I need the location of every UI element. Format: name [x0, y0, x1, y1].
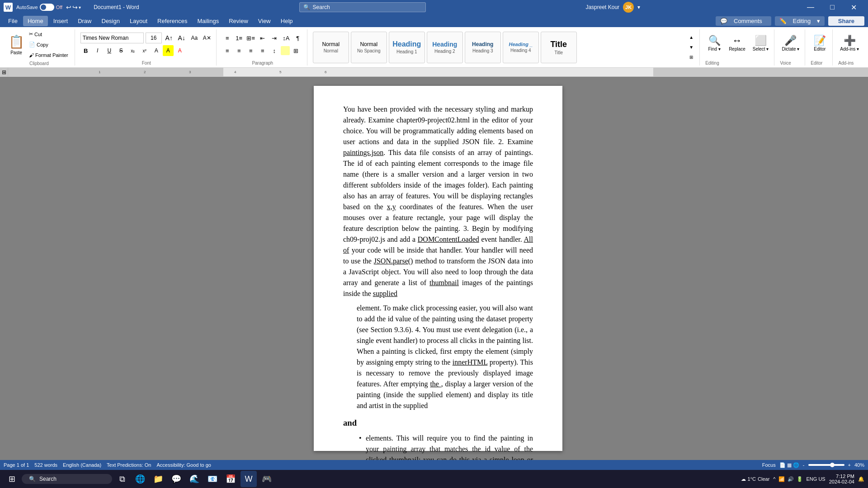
highlight-button[interactable]: A	[163, 45, 174, 56]
superscript-button[interactable]: x²	[139, 45, 150, 56]
shading-button[interactable]	[281, 46, 290, 55]
bullet-block-1: elements. This will require you to find …	[366, 433, 533, 460]
menu-mailings[interactable]: Mailings	[193, 16, 224, 26]
editor-button[interactable]: 📝 Editor	[811, 33, 829, 53]
paragraph-1: You have been provided with the necessar…	[343, 104, 533, 299]
font-size-input[interactable]	[146, 33, 162, 43]
bold-button[interactable]: B	[80, 45, 91, 56]
menu-design[interactable]: Design	[97, 16, 124, 26]
style-heading4[interactable]: Heading _ Heading 4	[503, 32, 539, 63]
menu-review[interactable]: Review	[224, 16, 253, 26]
autosave-label: AutoSave	[16, 5, 38, 10]
share-button[interactable]: Share	[828, 16, 864, 26]
document-page[interactable]: You have been provided with the necessar…	[314, 86, 562, 451]
find-label: Find ▾	[708, 47, 721, 52]
strikethrough-button[interactable]: S	[116, 45, 127, 56]
format-painter-button[interactable]: 🖌 Format Painter	[26, 50, 71, 60]
menu-draw[interactable]: Draw	[73, 16, 96, 26]
find-button[interactable]: 🔍 Find ▾	[705, 33, 723, 53]
styles-more[interactable]: ⊞	[687, 53, 696, 62]
align-right-button[interactable]: ≡	[245, 45, 256, 56]
numbering-button[interactable]: 1≡	[234, 33, 245, 43]
addins-button[interactable]: ➕ Add-ins ▾	[838, 33, 861, 53]
change-case-button[interactable]: Aa	[189, 33, 200, 43]
style-title[interactable]: Title Title	[541, 32, 577, 63]
menu-insert[interactable]: Insert	[49, 16, 73, 26]
styles-scroll-up[interactable]: ▲	[687, 33, 696, 42]
font-row2: B I U S x₂ x² A A A	[80, 45, 212, 56]
thumbnail-link: thumbnail	[429, 279, 459, 286]
font-name-input[interactable]	[80, 33, 144, 43]
redo-button[interactable]: ↪	[72, 4, 78, 11]
dictate-button[interactable]: 🎤 Dictate ▾	[780, 33, 801, 53]
text-effects-button[interactable]: A	[151, 45, 162, 56]
increase-indent-button[interactable]: ⇥	[269, 33, 280, 43]
menu-help[interactable]: Help	[276, 16, 297, 26]
svg-text:3: 3	[189, 70, 191, 74]
paste-button[interactable]: 📋 Paste	[7, 33, 25, 56]
borders-button[interactable]: ⊞	[291, 45, 302, 56]
comments-button[interactable]: 💬 Comments	[716, 16, 771, 26]
copy-button[interactable]: 📄 Copy	[26, 40, 71, 50]
menu-references[interactable]: References	[153, 16, 192, 26]
replace-button[interactable]: ↔ Replace	[727, 33, 747, 53]
maximize-button[interactable]: □	[822, 0, 843, 14]
cut-button[interactable]: ✂ Cut	[26, 29, 71, 39]
editing-mode-button[interactable]: ✏️ Editing ▾	[775, 16, 825, 26]
svg-text:5: 5	[279, 70, 282, 74]
indented-block-1: element. To make click processing easier…	[357, 303, 533, 411]
document-title: Document1 - Word	[94, 4, 139, 10]
account-settings[interactable]: ▾	[637, 4, 640, 10]
bullets-button[interactable]: ≡	[222, 33, 233, 43]
menu-home[interactable]: Home	[23, 16, 48, 26]
font-color-button[interactable]: A	[175, 45, 185, 56]
user-avatar[interactable]: JK	[623, 2, 634, 13]
style-normal[interactable]: Normal Normal	[313, 32, 349, 63]
show-formatting-button[interactable]: ¶	[292, 33, 303, 43]
font-group: A↑ A↓ Aa A✕ B I U S x₂ x² A A A Font	[77, 29, 217, 66]
italic-button[interactable]: I	[92, 45, 103, 56]
menu-layout[interactable]: Layout	[125, 16, 152, 26]
clipboard-small-buttons: ✂ Cut 📄 Copy 🖌 Format Painter	[26, 29, 71, 60]
underline-button[interactable]: U	[104, 45, 115, 56]
style-no-spacing[interactable]: Normal No Spacing	[351, 32, 387, 63]
font-section: A↑ A↓ Aa A✕ B I U S x₂ x² A A A	[80, 33, 212, 56]
font-shrink-button[interactable]: A↓	[176, 33, 187, 43]
menu-file[interactable]: File	[4, 16, 22, 26]
decrease-indent-button[interactable]: ⇤	[257, 33, 268, 43]
dictate-label: Dictate ▾	[782, 47, 799, 52]
addins-group-label: Add-ins	[838, 60, 854, 66]
align-center-button[interactable]: ≡	[234, 45, 245, 56]
close-button[interactable]: ✕	[844, 0, 864, 14]
vertical-ruler	[306, 86, 314, 451]
style-heading2[interactable]: Heading Heading 2	[427, 32, 463, 63]
subscript-button[interactable]: x₂	[127, 45, 138, 56]
styles-group: Normal Normal Normal No Spacing Heading …	[309, 29, 700, 66]
font-label: Font	[142, 60, 151, 66]
quick-access-dropdown[interactable]: ▾	[79, 5, 81, 10]
paste-section: 📋 Paste	[7, 33, 25, 56]
justify-button[interactable]: ≡	[257, 45, 268, 56]
the-link: the	[430, 380, 441, 388]
multilevel-button[interactable]: ⊞≡	[245, 33, 256, 43]
search-placeholder-text: Search	[313, 4, 330, 10]
menu-bar: File Home Insert Draw Design Layout Refe…	[0, 14, 868, 27]
search-bar[interactable]: 🔍 Search	[299, 2, 426, 12]
editor-row: 📝 Editor	[811, 33, 829, 53]
clear-formatting-button[interactable]: A✕	[202, 33, 212, 43]
font-grow-button[interactable]: A↑	[164, 33, 175, 43]
sort-button[interactable]: ↕A	[281, 33, 292, 43]
minimize-button[interactable]: —	[800, 0, 821, 14]
style-heading1[interactable]: Heading Heading 1	[389, 32, 425, 63]
paragraph-and: and	[343, 417, 533, 429]
autosave-toggle[interactable]	[40, 4, 54, 11]
styles-scroll-down[interactable]: ▼	[687, 43, 696, 52]
voice-label: Voice	[780, 60, 791, 66]
style-heading3[interactable]: Heading Heading 3	[465, 32, 501, 63]
align-left-button[interactable]: ≡	[222, 45, 233, 56]
undo-button[interactable]: ↩	[66, 4, 71, 11]
line-spacing-button[interactable]: ↕	[269, 45, 280, 56]
document-area[interactable]: You have been provided with the necessar…	[0, 77, 868, 460]
menu-view[interactable]: View	[254, 16, 275, 26]
select-button[interactable]: ⬜ Select ▾	[751, 33, 771, 53]
